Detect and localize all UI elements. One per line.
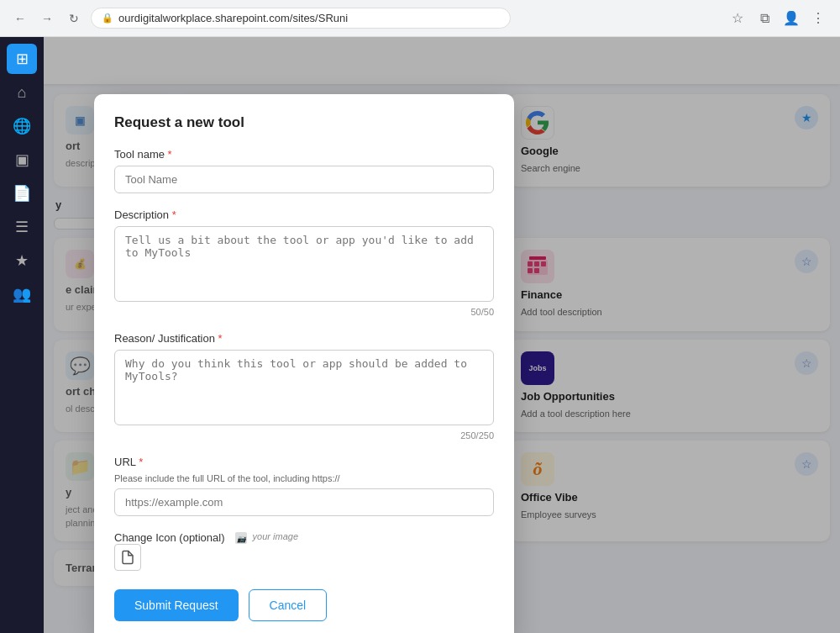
app-container: ⊞ ⌂ 🌐 ▣ 📄 ☰ ★ 👥 ▣ ☆ ort des bbox=[0, 37, 840, 633]
request-tool-modal: Request a new tool Tool name * Descripti… bbox=[94, 94, 514, 633]
sidebar-item-monitor[interactable]: ▣ bbox=[7, 145, 37, 175]
required-mark: * bbox=[218, 332, 223, 345]
profile-button[interactable]: 👤 bbox=[780, 7, 803, 30]
url-label: URL * bbox=[114, 456, 494, 468]
description-input[interactable] bbox=[114, 226, 494, 302]
address-bar[interactable]: 🔒 ourdigitalworkplace.sharepoint.com/sit… bbox=[91, 8, 511, 29]
form-actions: Submit Request Cancel bbox=[114, 589, 494, 621]
sidebar-item-document[interactable]: 📄 bbox=[7, 178, 37, 208]
url-group: URL * Please include the full URL of the… bbox=[114, 456, 494, 516]
menu-button[interactable]: ⋮ bbox=[806, 7, 830, 30]
svg-text:📷: 📷 bbox=[235, 533, 246, 543]
justification-group: Reason/ Justification * 250/250 bbox=[114, 332, 494, 440]
extensions-button[interactable]: ⧉ bbox=[753, 7, 776, 30]
required-mark: * bbox=[139, 456, 143, 468]
url-hint: Please include the full URL of the tool,… bbox=[114, 473, 494, 483]
description-char-count: 50/50 bbox=[114, 307, 494, 317]
sidebar-item-list[interactable]: ☰ bbox=[7, 212, 37, 242]
required-mark: * bbox=[172, 208, 176, 221]
description-label: Description * bbox=[114, 208, 494, 221]
sidebar: ⊞ ⌂ 🌐 ▣ 📄 ☰ ★ 👥 bbox=[0, 37, 44, 633]
forward-button[interactable]: → bbox=[37, 8, 57, 29]
sidebar-item-star[interactable]: ★ bbox=[7, 245, 37, 276]
browser-actions: ☆ ⧉ 👤 ⋮ bbox=[726, 7, 830, 30]
icon-group: Change Icon (optional) 📷 your image bbox=[114, 531, 494, 571]
url-input[interactable] bbox=[114, 488, 494, 516]
content-area: ▣ ☆ ort description 🔖 bbox=[44, 37, 840, 633]
icon-upload-area: Change Icon (optional) 📷 your image bbox=[114, 531, 494, 544]
lock-icon: 🔒 bbox=[102, 13, 113, 24]
required-mark: * bbox=[168, 148, 172, 161]
tool-name-input[interactable] bbox=[114, 166, 494, 193]
back-button[interactable]: ← bbox=[10, 8, 30, 29]
submit-button[interactable]: Submit Request bbox=[114, 589, 239, 621]
refresh-button[interactable]: ↻ bbox=[64, 8, 84, 29]
justification-char-count: 250/250 bbox=[114, 430, 494, 440]
url-text: ourdigitalworkplace.sharepoint.com/sites… bbox=[118, 12, 348, 24]
icon-label: Change Icon (optional) bbox=[114, 531, 225, 544]
modal-title: Request a new tool bbox=[114, 114, 494, 131]
browser-chrome: ← → ↻ 🔒 ourdigitalworkplace.sharepoint.c… bbox=[0, 0, 840, 37]
justification-input[interactable] bbox=[114, 350, 494, 425]
tool-name-group: Tool name * bbox=[114, 148, 494, 193]
cancel-button[interactable]: Cancel bbox=[249, 589, 328, 621]
sidebar-item-home[interactable]: ⌂ bbox=[7, 77, 37, 108]
modal-overlay: Request a new tool Tool name * Descripti… bbox=[44, 37, 840, 633]
description-group: Description * 50/50 bbox=[114, 208, 494, 317]
tool-name-label: Tool name * bbox=[114, 148, 494, 161]
icon-upload-placeholder: 📷 your image bbox=[235, 531, 298, 543]
sidebar-item-apps[interactable]: ⊞ bbox=[7, 44, 37, 74]
sidebar-item-globe[interactable]: 🌐 bbox=[7, 111, 37, 141]
sidebar-item-users[interactable]: 👥 bbox=[7, 279, 37, 309]
file-upload-button[interactable] bbox=[114, 544, 141, 571]
bookmark-button[interactable]: ☆ bbox=[726, 7, 749, 30]
justification-label: Reason/ Justification * bbox=[114, 332, 494, 345]
